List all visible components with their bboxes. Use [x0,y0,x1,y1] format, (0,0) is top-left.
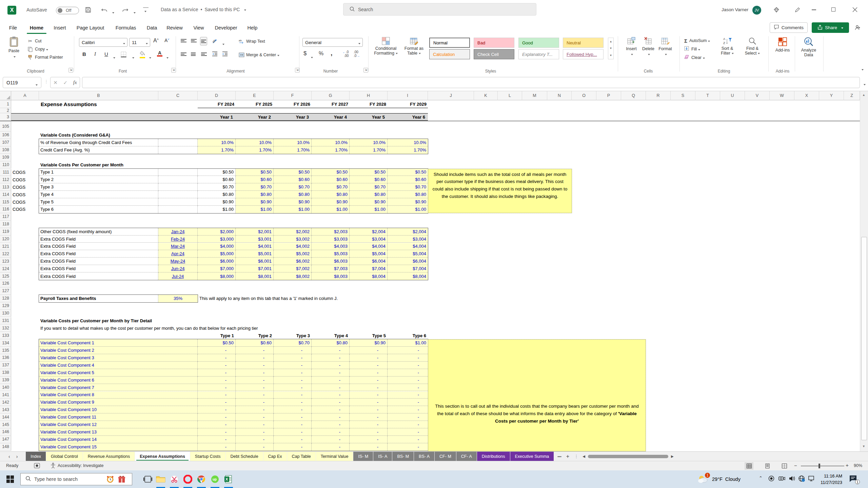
currency-dropdown-icon[interactable] [310,54,313,60]
value-cell[interactable]: $0.80 [274,191,312,198]
value-cell[interactable]: $5,001 [236,250,274,258]
date-cell[interactable]: Mar-24 [158,243,198,250]
year-header-cell[interactable]: Year 5 [350,113,388,121]
conditional-formatting-button[interactable]: ConditionalFormatting [372,37,399,56]
date-cell[interactable]: Jun-24 [158,265,198,272]
row-label[interactable]: % of Revenue Going through Credit Card F… [39,139,158,146]
column-header-W[interactable]: W [770,91,794,100]
style-gallery-explanatory-t-[interactable]: Explanatory T... [518,49,559,59]
file-explorer-icon[interactable] [155,474,166,485]
value-cell[interactable]: - [198,391,236,399]
analyze-data-button[interactable]: AnalyzeData [797,37,820,57]
style-gallery-followed-hyp-[interactable]: Followed Hyp... [563,49,604,59]
value-cell[interactable]: - [388,413,428,421]
value-cell[interactable]: - [236,354,274,362]
computed-cell[interactable]: $0.60 [198,176,236,183]
upwork-icon[interactable]: up [210,474,220,485]
value-cell[interactable]: $0.70 [312,183,350,191]
value-cell[interactable]: - [198,369,236,377]
computed-cell[interactable]: $0.50 [198,169,236,176]
decrease-indent-icon[interactable] [212,51,218,57]
column-header-E[interactable]: E [236,91,274,100]
row-header-124[interactable]: 124 [0,265,11,272]
row-label[interactable]: Extra COGS Field [39,265,158,272]
value-cell[interactable]: $0.70 [350,183,388,191]
redo-dropdown-icon[interactable] [132,9,136,15]
value-cell[interactable]: $0.80 [350,191,388,198]
increase-font-icon[interactable]: A˄ [153,38,159,44]
value-cell[interactable]: $0.90 [350,339,388,347]
fill-color-icon[interactable] [140,51,146,57]
value-cell[interactable]: $0.60 [236,176,274,183]
chrome-icon[interactable] [196,474,207,485]
component-label[interactable]: Variable Cost Component 14 [39,436,198,443]
row-header-141[interactable]: 141 [0,391,11,399]
addins-button[interactable]: Add-ins [772,37,793,53]
sheet-tab-is-a[interactable]: IS- A [373,452,392,461]
tab-splitter[interactable]: ⋮ [574,452,578,461]
value-cell[interactable]: - [350,377,388,384]
customize-qat-icon[interactable] [143,7,149,13]
value-cell[interactable]: $1.00 [312,206,350,213]
autosum-button[interactable]: ΣAutoSum [684,38,710,44]
underline-button[interactable]: U [104,51,108,57]
row-label[interactable]: Extra COGS Field [39,258,158,265]
value-cell[interactable]: $6,003 [312,258,350,265]
value-cell[interactable]: - [312,436,350,443]
value-cell[interactable]: - [350,406,388,413]
minimize-button[interactable] [812,9,816,10]
row-header-139[interactable]: 139 [0,377,11,384]
value-cell[interactable]: - [198,443,236,451]
row-header-128[interactable]: 128 [0,295,11,302]
ribbon-tab-page-layout[interactable]: Page Layout [75,20,106,35]
align-bottom-icon-selected[interactable] [200,37,207,45]
cut-button[interactable]: ✂Cut [27,37,41,45]
value-cell[interactable]: 10.0% [274,139,312,146]
more-tabs-icon[interactable]: ••• [557,452,561,461]
sheet-tab-startup-costs[interactable]: Startup Costs [190,452,225,461]
value-cell[interactable]: - [236,428,274,436]
font-color-icon[interactable]: A [157,50,162,57]
style-gallery-check-cell[interactable]: Check Cell [474,49,514,59]
number-format-combo[interactable]: General [302,38,363,47]
value-cell[interactable]: $0.60 [274,176,312,183]
row-header-119[interactable]: 119 [0,228,11,236]
comments-button[interactable]: Comments [770,22,808,33]
value-cell[interactable]: - [236,347,274,354]
value-cell[interactable]: - [388,443,428,451]
row-header-130[interactable]: 130 [0,310,11,317]
row-header-148[interactable]: 148 [0,443,11,451]
sheet-tab-cf-m[interactable]: CF- M [435,452,456,461]
value-cell[interactable]: $5,003 [312,250,350,258]
value-cell[interactable]: - [312,443,350,451]
value-cell[interactable]: $2,003 [312,228,350,236]
sheet-tab-cap-table[interactable]: Cap Table [287,452,316,461]
row-label[interactable]: Type 5 [39,198,158,206]
row-header-125[interactable]: 125 [0,272,11,280]
value-cell[interactable]: $1.00 [274,206,312,213]
value-cell[interactable]: - [236,406,274,413]
value-cell[interactable]: 10.0% [350,139,388,146]
column-header-Z[interactable]: Z [844,91,860,100]
component-label[interactable]: Variable Cost Component 12 [39,421,198,428]
maximize-button[interactable] [831,7,835,12]
value-cell[interactable]: - [388,391,428,399]
value-cell[interactable]: 1.70% [350,146,388,154]
value-cell[interactable]: $0.70 [236,183,274,191]
row-header-123[interactable]: 123 [0,258,11,265]
decrease-decimal-icon[interactable]: .00.0→ [354,50,360,58]
value-cell[interactable]: - [350,369,388,377]
undo-icon[interactable] [101,6,108,14]
row-header-121[interactable]: 121 [0,243,11,250]
notification-center-icon[interactable]: 1 [849,475,859,484]
value-cell[interactable]: - [198,377,236,384]
value-cell[interactable]: $6,001 [236,258,274,265]
component-label[interactable]: Variable Cost Component 10 [39,406,198,413]
sheet-tab-global-control[interactable]: Global Control [46,452,83,461]
row-header-136[interactable]: 136 [0,354,11,362]
row-header-134[interactable]: 134 [0,339,11,347]
fy-header-cell[interactable]: FY 2025 [236,100,274,108]
value-cell[interactable]: - [312,421,350,428]
value-cell[interactable]: - [198,406,236,413]
row-label[interactable]: Extra COGS Field [39,236,158,243]
